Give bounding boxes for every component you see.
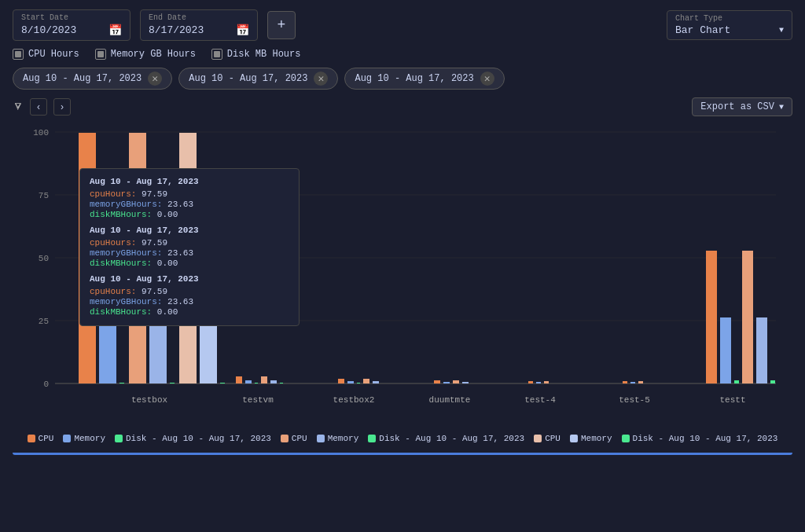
chart-wrapper: 100 75 50 25 0 xyxy=(13,121,792,445)
bar xyxy=(770,380,775,383)
bar xyxy=(245,380,252,383)
svg-text:testvm: testvm xyxy=(242,395,274,405)
chart-type-dropdown[interactable]: Chart Type Bar Chart ▼ xyxy=(667,10,792,40)
legend-cpu-2-dot xyxy=(281,435,289,442)
date-tag-1: Aug 10 - Aug 17, 2023 ✕ xyxy=(13,68,172,90)
nav-prev-button[interactable]: ‹ xyxy=(30,98,47,116)
bar xyxy=(734,380,739,383)
checkboxes-row: CPU Hours Memory GB Hours Disk MB Hours xyxy=(13,49,792,60)
legend-mem-3-dot xyxy=(570,435,578,442)
chart-toolbar: ⛛ ‹ › Export as CSV ▼ xyxy=(13,97,792,116)
start-date-label: Start Date xyxy=(21,13,122,22)
legend-mem-3: Memory xyxy=(570,434,612,443)
svg-text:75: 75 xyxy=(39,191,49,200)
legend-cpu-3: CPU xyxy=(534,434,561,443)
memory-gb-hours-label: Memory GB Hours xyxy=(111,49,196,60)
bar xyxy=(220,383,225,383)
legend-mem-1: Memory xyxy=(63,434,105,443)
disk-mb-hours-label: Disk MB Hours xyxy=(227,49,301,60)
date-tag-3-close[interactable]: ✕ xyxy=(480,72,494,86)
legend-disk-2-dot xyxy=(368,435,376,442)
date-tag-3: Aug 10 - Aug 17, 2023 ✕ xyxy=(344,68,504,90)
legend-disk-3-label: Disk - Aug 10 - Aug 17, 2023 xyxy=(633,434,778,443)
bar xyxy=(443,382,450,383)
bar xyxy=(462,382,469,383)
chart-section: ⛛ ‹ › Export as CSV ▼ 100 75 50 25 0 xyxy=(13,97,792,445)
legend-disk-1-dot xyxy=(115,435,123,442)
bar xyxy=(357,383,360,383)
chart-type-label: Chart Type xyxy=(675,14,784,23)
bar-chart[interactable]: 100 75 50 25 0 xyxy=(13,121,792,427)
svg-text:100: 100 xyxy=(33,128,49,138)
bar xyxy=(236,376,242,383)
date-tag-2-label: Aug 10 - Aug 17, 2023 xyxy=(189,73,307,84)
legend-disk-2-label: Disk - Aug 10 - Aug 17, 2023 xyxy=(379,434,524,443)
bar xyxy=(638,381,643,383)
bar xyxy=(347,381,354,383)
export-chevron-icon: ▼ xyxy=(779,103,784,112)
top-bar: Start Date 8/10/2023 📅 End Date 8/17/202… xyxy=(13,9,792,41)
chart-svg-container: 100 75 50 25 0 xyxy=(13,121,792,427)
start-date-calendar-icon[interactable]: 📅 xyxy=(108,24,122,37)
legend-mem-3-label: Memory xyxy=(581,434,612,443)
bar xyxy=(528,381,533,383)
chart-type-value: Bar Chart xyxy=(675,24,730,36)
legend-cpu-1-label: CPU xyxy=(39,434,54,443)
end-date-field[interactable]: End Date 8/17/2023 📅 xyxy=(140,9,258,41)
nav-next-button[interactable]: › xyxy=(53,98,71,116)
legend-cpu-3-dot xyxy=(534,435,542,442)
legend-mem-1-dot xyxy=(63,435,71,442)
start-date-field[interactable]: Start Date 8/10/2023 📅 xyxy=(13,9,130,41)
date-tags-row: Aug 10 - Aug 17, 2023 ✕ Aug 10 - Aug 17,… xyxy=(13,68,792,90)
end-date-calendar-icon[interactable]: 📅 xyxy=(236,24,249,37)
legend-disk-3: Disk - Aug 10 - Aug 17, 2023 xyxy=(622,434,778,443)
bar xyxy=(261,376,267,383)
svg-text:50: 50 xyxy=(39,254,49,263)
svg-text:test-4: test-4 xyxy=(524,395,556,405)
chart-type-chevron-icon: ▼ xyxy=(779,26,784,35)
legend-mem-2-dot xyxy=(317,435,325,442)
date-tag-1-close[interactable]: ✕ xyxy=(148,72,162,86)
bar xyxy=(742,251,753,383)
chart-legend: CPU Memory Disk - Aug 10 - Aug 17, 2023 … xyxy=(13,427,792,445)
disk-mb-hours-checkbox[interactable]: Disk MB Hours xyxy=(211,49,301,60)
bar xyxy=(280,383,283,383)
bar xyxy=(129,133,146,383)
svg-text:0: 0 xyxy=(43,380,49,389)
date-tag-2-close[interactable]: ✕ xyxy=(314,72,328,86)
legend-mem-2: Memory xyxy=(317,434,359,443)
legend-mem-2-label: Memory xyxy=(328,434,359,443)
legend-cpu-3-label: CPU xyxy=(545,434,561,443)
bar xyxy=(756,317,767,383)
date-tag-2: Aug 10 - Aug 17, 2023 ✕ xyxy=(178,68,338,90)
bar xyxy=(434,380,440,383)
end-date-value: 8/17/2023 xyxy=(149,24,204,36)
cpu-hours-checkbox-box xyxy=(13,49,24,60)
legend-disk-1-label: Disk - Aug 10 - Aug 17, 2023 xyxy=(126,434,271,443)
bar xyxy=(706,251,717,383)
date-tag-1-label: Aug 10 - Aug 17, 2023 xyxy=(23,73,142,84)
app-container: Start Date 8/10/2023 📅 End Date 8/17/202… xyxy=(0,0,805,464)
legend-disk-2: Disk - Aug 10 - Aug 17, 2023 xyxy=(368,434,524,443)
bar xyxy=(720,317,731,383)
bar xyxy=(119,383,124,383)
bar xyxy=(170,383,175,383)
svg-text:testbox2: testbox2 xyxy=(333,395,375,405)
svg-text:test-5: test-5 xyxy=(619,395,650,405)
legend-cpu-1: CPU xyxy=(28,434,54,443)
bar xyxy=(544,381,549,383)
bar xyxy=(99,323,116,383)
export-csv-button[interactable]: Export as CSV ▼ xyxy=(692,97,792,116)
memory-gb-hours-checkbox-box xyxy=(95,49,106,60)
cpu-hours-checkbox[interactable]: CPU Hours xyxy=(13,49,79,60)
export-csv-label: Export as CSV xyxy=(700,101,774,112)
bar xyxy=(373,381,379,383)
legend-cpu-1-dot xyxy=(28,435,35,442)
filter-icon[interactable]: ⛛ xyxy=(13,101,24,113)
cpu-hours-label: CPU Hours xyxy=(28,49,79,60)
memory-gb-hours-checkbox[interactable]: Memory GB Hours xyxy=(95,49,196,60)
bar xyxy=(255,383,258,383)
add-date-button[interactable]: + xyxy=(267,11,296,39)
legend-cpu-2: CPU xyxy=(281,434,307,443)
end-date-label: End Date xyxy=(149,13,249,22)
